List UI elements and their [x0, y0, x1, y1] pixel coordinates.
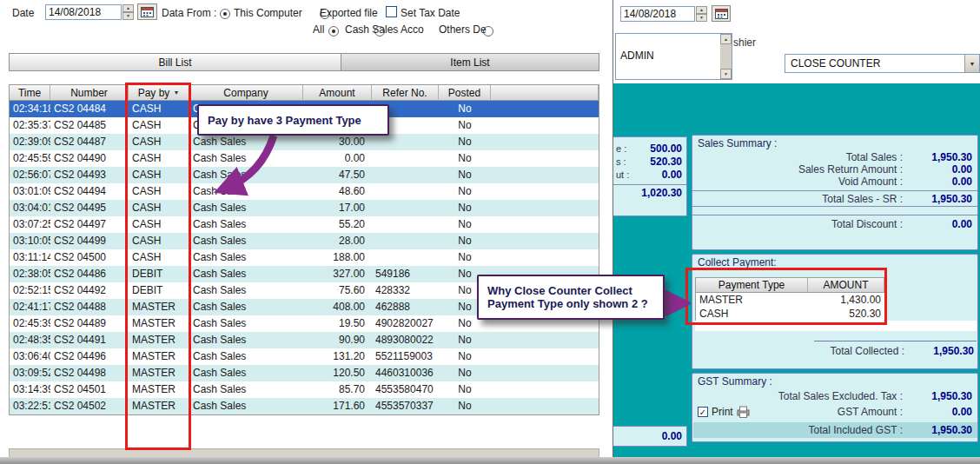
- bottom-left-value: 0.00: [613, 430, 686, 442]
- cell-refer: [372, 150, 439, 167]
- cell-payby: MASTER: [129, 381, 189, 398]
- cell-number: CS2 04484: [50, 101, 129, 117]
- column-header-number-label: Number: [70, 87, 108, 99]
- column-header-payby[interactable]: Pay by▼: [129, 85, 189, 101]
- cell-time: 02:45:59: [10, 150, 50, 167]
- table-row[interactable]: 03:06:40CS2 04496MASTERCash Sales131.205…: [10, 348, 599, 365]
- cell-payby: CASH: [129, 249, 189, 266]
- scrollbar-up-icon[interactable]: ▲: [720, 34, 732, 44]
- summary-label: Sales Return Amount :: [798, 163, 903, 176]
- cell-time: 03:11:14: [10, 249, 50, 266]
- spinner-down-icon[interactable]: ▼: [696, 14, 707, 22]
- radio-all[interactable]: [328, 26, 339, 36]
- chevron-down-icon[interactable]: ▼: [964, 55, 979, 72]
- cell-filler: [491, 101, 599, 117]
- print-checkbox[interactable]: ✓: [698, 407, 708, 417]
- payment-amount-header[interactable]: AMOUNT: [808, 278, 884, 293]
- cell-amount: 188.00: [303, 249, 372, 266]
- cell-amount: 131.20: [303, 348, 372, 365]
- table-row[interactable]: 02:56:07CS2 04493CASHCash Sales47.50No: [10, 167, 599, 183]
- table-row[interactable]: 02:39:09CS2 04487CASHCash Sales30.00No: [10, 134, 599, 150]
- gst-amount-row: ✓ Print GST Amount : 0.00: [692, 405, 977, 419]
- table-row[interactable]: 03:14:39CS2 04501MASTERCash Sales85.7045…: [10, 381, 599, 398]
- set-tax-date-checkbox[interactable]: [386, 6, 397, 17]
- cell-number: CS2 04485: [50, 117, 129, 134]
- cell-company: Cash Sales: [189, 216, 303, 233]
- summary-value: 1,950.30: [910, 151, 977, 163]
- main-window: Date 14/08/2018 ▲ ▼ Data From : This Com…: [0, 0, 612, 457]
- cell-payby: CASH: [129, 134, 189, 150]
- cell-filler: [491, 233, 599, 249]
- cell-company: Cash Sales: [189, 332, 303, 348]
- left-panel-total-value: 1,020.30: [613, 187, 686, 199]
- filter-arrow-icon[interactable]: ▼: [173, 89, 179, 96]
- scrollbar-down-icon[interactable]: ▼: [720, 69, 732, 79]
- table-row[interactable]: 03:10:05CS2 04499CASHCash Sales28.00No: [10, 233, 599, 249]
- calendar-button[interactable]: [137, 3, 157, 20]
- table-row[interactable]: 02:48:35CS2 04491MASTERCash Sales90.9048…: [10, 332, 599, 348]
- cashier-listbox[interactable]: ADMIN ▲ ▼: [615, 33, 732, 80]
- table-row[interactable]: 03:01:09CS2 04494CASHCash Sales48.60No: [10, 183, 599, 200]
- cell-company: Cash Sales: [189, 150, 303, 167]
- column-header-amount[interactable]: Amount: [303, 85, 372, 101]
- table-row[interactable]: 03:07:25CS2 04497CASHCash Sales55.20No: [10, 216, 599, 233]
- column-header-refer-label: Refer No.: [382, 87, 427, 99]
- payment-row[interactable]: MASTER1,430.00: [696, 293, 884, 307]
- total-collected-separator: [814, 341, 977, 341]
- spinner-up-icon[interactable]: ▲: [122, 4, 134, 12]
- cell-payby: MASTER: [129, 398, 189, 414]
- date-input[interactable]: 14/08/2018: [45, 4, 122, 20]
- collect-payment-title: Collect Payment:: [698, 256, 777, 268]
- dialog-date-input[interactable]: 14/08/2018: [620, 6, 695, 22]
- cell-payby: DEBIT: [129, 282, 189, 299]
- tab-item-list[interactable]: Item List: [341, 53, 599, 71]
- cell-refer: 5521159003: [372, 348, 439, 365]
- left-panel-value: 0.00: [629, 169, 686, 181]
- gst-included-label: Total Included GST :: [693, 424, 903, 436]
- tab-bill-list[interactable]: Bill List: [9, 53, 341, 71]
- cell-time: 03:09:52: [10, 365, 50, 381]
- cell-time: 03:04:01: [10, 200, 50, 216]
- cell-number: CS2 04501: [50, 381, 129, 398]
- cell-number: CS2 04502: [50, 398, 129, 414]
- cell-time: 03:06:40: [10, 348, 50, 365]
- table-row[interactable]: 02:45:59CS2 04490CASHCash Sales0.00No: [10, 150, 599, 167]
- cell-company: Cash Sales: [189, 200, 303, 216]
- dialog-date-spinner[interactable]: ▲ ▼: [696, 6, 707, 22]
- cell-time: 02:41:17: [10, 299, 50, 315]
- cashier-scrollbar[interactable]: ▲ ▼: [720, 34, 732, 79]
- column-header-posted[interactable]: Posted: [439, 85, 491, 101]
- column-header-time[interactable]: Time: [10, 85, 50, 101]
- payment-type-header[interactable]: Payment Type: [696, 278, 808, 293]
- cell-number: CS2 04492: [50, 282, 129, 299]
- cell-filler: [491, 398, 599, 414]
- column-header-company[interactable]: Company: [189, 85, 303, 101]
- cell-company: Cash Sales: [189, 398, 303, 414]
- table-row[interactable]: 03:22:51CS2 04502MASTERCash Sales171.604…: [10, 398, 599, 414]
- summary-label: Total Sales :: [846, 151, 903, 163]
- summary-row: Total Sales :1,950.30: [692, 151, 977, 163]
- cell-amount: 47.50: [303, 167, 372, 183]
- table-row[interactable]: 03:09:52CS2 04498MASTERCash Sales120.504…: [10, 365, 599, 381]
- spinner-down-icon[interactable]: ▼: [122, 12, 134, 20]
- summary-label: Void Amount :: [838, 176, 903, 188]
- cell-refer: 4893080022: [372, 332, 439, 348]
- table-row[interactable]: 03:04:01CS2 04495CASHCash Sales17.00No: [10, 200, 599, 216]
- radio-this-computer[interactable]: [220, 9, 230, 19]
- cell-filler: [491, 117, 599, 134]
- action-dropdown[interactable]: CLOSE COUNTER ▼: [785, 54, 980, 73]
- total-collected-value: 1,950.30: [911, 345, 979, 357]
- cell-posted: No: [439, 365, 491, 381]
- column-header-number[interactable]: Number: [50, 85, 129, 101]
- summary-row: Total Discount :0.00: [692, 215, 977, 230]
- dialog-calendar-button[interactable]: [712, 5, 731, 22]
- date-spinner[interactable]: ▲ ▼: [122, 4, 134, 20]
- list-item[interactable]: ADMIN: [620, 50, 654, 62]
- cell-company: Cash Sales: [189, 299, 303, 315]
- payment-row[interactable]: CASH520.30: [696, 307, 884, 321]
- spinner-up-icon[interactable]: ▲: [696, 6, 707, 14]
- column-header-refer[interactable]: Refer No.: [372, 85, 439, 101]
- table-row[interactable]: 03:11:14CS2 04500CASHCash Sales188.00No: [10, 249, 599, 266]
- cell-payby: CASH: [129, 150, 189, 167]
- payment-table: Payment Type AMOUNT MASTER1,430.00CASH52…: [695, 277, 885, 321]
